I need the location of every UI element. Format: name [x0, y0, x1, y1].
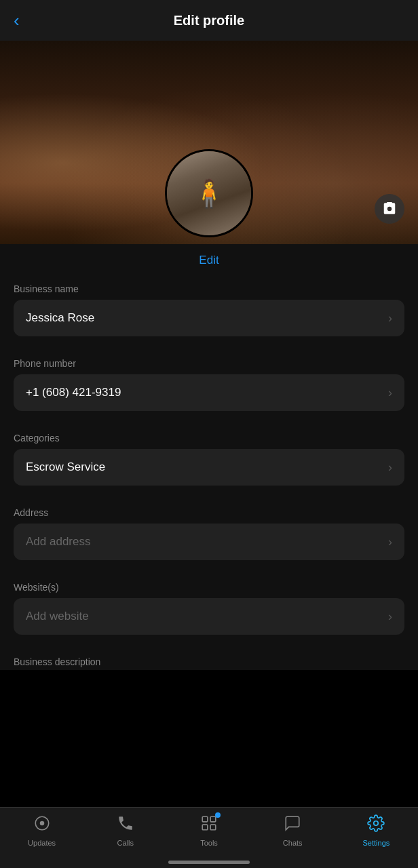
- updates-label: Updates: [28, 839, 56, 847]
- calls-label: Calls: [117, 839, 134, 847]
- svg-rect-2: [202, 816, 208, 822]
- tools-icon: [200, 814, 218, 836]
- chevron-right-icon-address: ›: [388, 535, 392, 549]
- address-placeholder: Add address: [26, 535, 90, 549]
- websites-label: Website(s): [14, 572, 404, 593]
- categories-value: Escrow Service: [26, 460, 105, 474]
- chats-label: Chats: [283, 839, 303, 847]
- form-area: Business name Jessica Rose › Phone numbe…: [0, 274, 418, 670]
- avatar-image: 🧍: [167, 151, 251, 235]
- chevron-right-icon-categories: ›: [388, 460, 392, 475]
- chats-icon: [284, 814, 301, 836]
- phone-number-value: +1 (608) 421-9319: [26, 386, 121, 399]
- header: ‹ Edit profile: [0, 0, 418, 41]
- edit-link-button[interactable]: Edit: [199, 254, 218, 267]
- nav-item-settings[interactable]: Settings: [335, 814, 418, 847]
- address-row[interactable]: Add address ›: [14, 524, 404, 560]
- chevron-right-icon: ›: [388, 311, 392, 326]
- page-title: Edit profile: [174, 13, 244, 28]
- tools-label: Tools: [200, 839, 218, 847]
- categories-row[interactable]: Escrow Service ›: [14, 449, 404, 486]
- phone-number-field-group: Phone number +1 (608) 421-9319 ›: [14, 349, 404, 411]
- avatar[interactable]: 🧍: [165, 149, 253, 237]
- svg-rect-5: [210, 825, 216, 830]
- chevron-right-icon-websites: ›: [388, 610, 392, 624]
- websites-field-group: Website(s) Add website ›: [14, 572, 404, 635]
- nav-item-chats[interactable]: Chats: [251, 814, 335, 847]
- svg-point-1: [39, 821, 44, 826]
- nav-item-tools[interactable]: Tools: [167, 814, 250, 847]
- address-label: Address: [14, 498, 404, 518]
- settings-label: Settings: [363, 839, 390, 847]
- categories-field-group: Categories Escrow Service ›: [14, 423, 404, 486]
- nav-item-updates[interactable]: Updates: [0, 814, 83, 847]
- back-button[interactable]: ‹: [14, 10, 20, 31]
- categories-label: Categories: [14, 423, 404, 443]
- home-indicator: [168, 861, 250, 864]
- camera-icon: [382, 201, 397, 216]
- business-name-value: Jessica Rose: [26, 311, 94, 325]
- business-name-label: Business name: [14, 274, 404, 294]
- chevron-right-icon-phone: ›: [388, 386, 392, 400]
- business-description-label: Business description: [14, 647, 404, 670]
- svg-rect-3: [210, 816, 216, 822]
- settings-icon: [367, 814, 385, 836]
- business-name-row[interactable]: Jessica Rose ›: [14, 300, 404, 336]
- phone-number-row[interactable]: +1 (608) 421-9319 ›: [14, 374, 404, 411]
- bottom-navigation: Updates Calls Tools Chats: [0, 807, 418, 868]
- phone-number-label: Phone number: [14, 349, 404, 369]
- nav-item-calls[interactable]: Calls: [83, 814, 167, 847]
- websites-row[interactable]: Add website ›: [14, 598, 404, 635]
- updates-icon: [33, 814, 51, 836]
- tools-notification-dot: [215, 812, 221, 818]
- websites-placeholder: Add website: [26, 610, 89, 623]
- svg-point-6: [374, 821, 379, 826]
- edit-photo-section: Edit: [0, 244, 418, 274]
- profile-banner: 🧍: [0, 41, 418, 244]
- svg-rect-4: [202, 825, 208, 830]
- calls-icon: [117, 814, 134, 836]
- camera-button[interactable]: [375, 194, 404, 224]
- address-field-group: Address Add address ›: [14, 498, 404, 560]
- business-name-field-group: Business name Jessica Rose ›: [14, 274, 404, 336]
